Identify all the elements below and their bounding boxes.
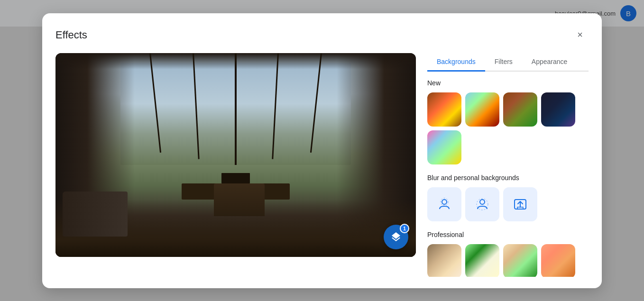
section-new: New <box>427 79 587 164</box>
panel-content[interactable]: New Blur and personal backgrounds <box>427 79 589 277</box>
background-pro-2[interactable] <box>465 244 499 277</box>
tab-backgrounds[interactable]: Backgrounds <box>427 53 485 72</box>
section-professional: Professional <box>427 231 587 277</box>
chair <box>214 183 264 216</box>
close-button[interactable]: × <box>571 27 589 44</box>
right-panel: Backgrounds Filters Appearance New <box>427 53 589 277</box>
couch-left <box>63 192 128 237</box>
background-pro-3[interactable] <box>503 244 537 277</box>
blur-full-option[interactable] <box>465 187 499 221</box>
modal-overlay: Effects × <box>0 0 644 301</box>
effects-modal: Effects × <box>42 13 602 288</box>
effects-badge: 1 <box>400 224 409 233</box>
background-new-3[interactable] <box>503 92 537 127</box>
svg-point-0 <box>442 200 447 204</box>
background-pro-1[interactable] <box>427 244 461 277</box>
effects-button[interactable]: 1 <box>384 225 408 249</box>
preview-image: 1 <box>55 53 416 257</box>
full-blur-icon <box>475 197 490 212</box>
background-new-2[interactable] <box>465 92 499 127</box>
background-new-4[interactable] <box>541 92 575 127</box>
layers-icon <box>390 231 402 243</box>
svg-point-2 <box>480 200 485 204</box>
section-title-new: New <box>427 79 587 87</box>
laptop <box>221 173 250 183</box>
tabs-container: Backgrounds Filters Appearance <box>427 53 589 72</box>
modal-body: 1 Backgrounds Filters Appearance New <box>55 53 589 277</box>
upload-icon <box>513 197 528 212</box>
tab-filters[interactable]: Filters <box>485 53 522 72</box>
section-blur: Blur and personal backgrounds <box>427 174 587 221</box>
professional-backgrounds-grid <box>427 244 587 277</box>
background-new-5[interactable] <box>427 130 461 164</box>
new-backgrounds-grid <box>427 92 587 164</box>
portrait-blur-icon <box>437 197 452 212</box>
modal-title: Effects <box>55 29 87 41</box>
blur-portrait-option[interactable] <box>427 187 461 221</box>
preview-pane: 1 <box>55 53 416 257</box>
section-title-professional: Professional <box>427 231 587 238</box>
blur-options-grid <box>427 187 587 221</box>
beam-center <box>235 53 237 165</box>
tab-appearance[interactable]: Appearance <box>522 53 577 72</box>
section-title-blur: Blur and personal backgrounds <box>427 174 587 182</box>
upload-background-option[interactable] <box>503 187 537 221</box>
background-pro-4[interactable] <box>541 244 575 277</box>
modal-header: Effects × <box>55 27 589 44</box>
background-new-1[interactable] <box>427 92 461 127</box>
